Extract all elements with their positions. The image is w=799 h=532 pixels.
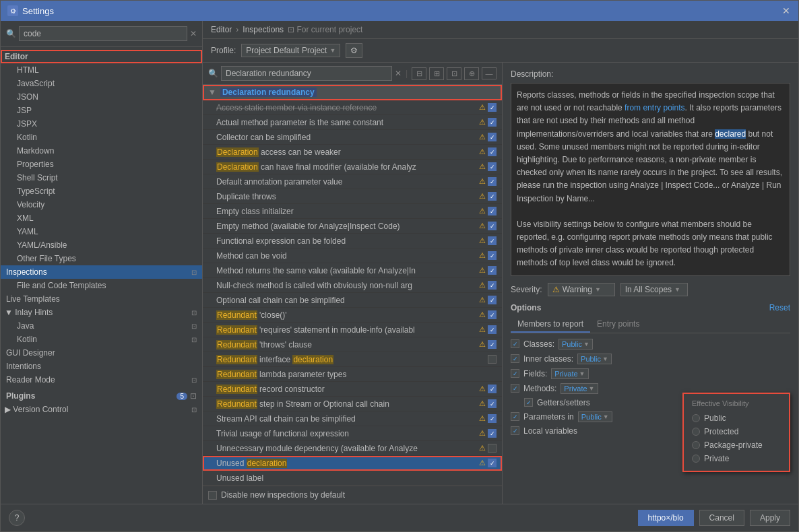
profile-select[interactable]: Project Default Project ▼ bbox=[241, 44, 340, 57]
inspection-row-5[interactable]: Default annotation parameter value ⚠ bbox=[203, 174, 502, 189]
sidebar-item-typescript[interactable]: TypeScript bbox=[1, 185, 202, 198]
checkbox-9[interactable] bbox=[488, 236, 497, 245]
checkbox-12[interactable] bbox=[488, 281, 497, 290]
inspection-row-15[interactable]: Redundant 'requires' statement in module… bbox=[203, 323, 502, 337]
inspection-row-21[interactable]: Stream API call chain can be simplified … bbox=[203, 411, 502, 426]
checkbox-19[interactable] bbox=[488, 385, 497, 393]
inspection-row-12[interactable]: Null-check method is called with obvious… bbox=[203, 278, 502, 293]
inspection-row-20[interactable]: Redundant step in Stream or Optional cal… bbox=[203, 397, 502, 411]
classes-checkbox[interactable] bbox=[511, 339, 519, 348]
inspection-row-23[interactable]: Unnecessary module dependency (available… bbox=[203, 441, 502, 456]
inner-classes-checkbox[interactable] bbox=[511, 354, 519, 363]
filter-btn-3[interactable]: ⊡ bbox=[447, 67, 461, 80]
parameters-dropdown[interactable]: Public ▼ bbox=[578, 411, 612, 422]
search-clear-button[interactable]: ✕ bbox=[190, 29, 197, 38]
radio-public[interactable] bbox=[692, 414, 700, 422]
sidebar-item-yaml-ansible[interactable]: YAML/Ansible bbox=[1, 238, 202, 252]
methods-dropdown[interactable]: Private ▼ bbox=[561, 383, 598, 394]
inspection-row-18[interactable]: Redundant lambda parameter types bbox=[203, 367, 502, 382]
checkbox-1[interactable] bbox=[488, 118, 497, 127]
sidebar-item-velocity[interactable]: Velocity bbox=[1, 198, 202, 211]
checkbox-8[interactable] bbox=[488, 222, 497, 230]
inspection-row-22[interactable]: Trivial usage of functional expression ⚠ bbox=[203, 426, 502, 441]
sidebar-item-editor[interactable]: Editor bbox=[1, 50, 202, 63]
close-button[interactable]: ✕ bbox=[781, 5, 792, 16]
filter-btn-1[interactable]: ⊟ bbox=[412, 67, 426, 80]
local-variables-checkbox[interactable] bbox=[511, 426, 519, 435]
sidebar-item-version-control[interactable]: ▶ Version Control ⊡ bbox=[1, 403, 202, 416]
sidebar-item-live-templates[interactable]: Live Templates bbox=[1, 292, 202, 306]
sidebar-item-shell-script[interactable]: Shell Script bbox=[1, 171, 202, 185]
filter-btn-4[interactable]: ⊕ bbox=[464, 67, 479, 80]
sidebar-item-properties[interactable]: Properties bbox=[1, 158, 202, 171]
fields-checkbox[interactable] bbox=[511, 369, 519, 378]
severity-select[interactable]: ⚠ Warning ▼ bbox=[548, 283, 615, 296]
inner-classes-dropdown[interactable]: Public ▼ bbox=[577, 354, 612, 364]
checkbox-23[interactable] bbox=[488, 444, 497, 453]
inspection-row-14[interactable]: Redundant 'close()' ⚠ bbox=[203, 308, 502, 323]
inspection-row-7[interactable]: Empty class initializer ⚠ bbox=[203, 204, 502, 219]
checkbox-24[interactable] bbox=[488, 459, 497, 467]
sidebar-item-reader-mode[interactable]: Reader Mode ⊡ bbox=[1, 373, 202, 387]
popup-option-protected[interactable]: Protected bbox=[692, 425, 781, 438]
checkbox-21[interactable] bbox=[488, 414, 497, 423]
sidebar-item-jspx[interactable]: JSPX bbox=[1, 117, 202, 131]
sidebar-item-kotlin[interactable]: Kotlin bbox=[1, 131, 202, 144]
search-input[interactable] bbox=[19, 26, 187, 41]
inspection-row-8[interactable]: Empty method (available for Analyze|Insp… bbox=[203, 219, 502, 234]
cancel-button[interactable]: Cancel bbox=[699, 510, 744, 526]
checkbox-2[interactable] bbox=[488, 133, 497, 141]
popup-option-package-private[interactable]: Package-private bbox=[692, 438, 781, 452]
checkbox-5[interactable] bbox=[488, 177, 497, 186]
inspection-row-2[interactable]: Collector can be simplified ⚠ bbox=[203, 130, 502, 145]
inspection-row-11[interactable]: Method returns the same value (available… bbox=[203, 263, 502, 278]
inspection-row-19[interactable]: Redundant record constructor ⚠ bbox=[203, 382, 502, 397]
checkbox-4[interactable] bbox=[488, 162, 497, 171]
help-button[interactable]: ? bbox=[9, 510, 25, 526]
checkbox-10[interactable] bbox=[488, 251, 497, 260]
sidebar-item-json[interactable]: JSON bbox=[1, 90, 202, 104]
sidebar-item-inlay-hints[interactable]: ▼ Inlay Hints ⊡ bbox=[1, 306, 202, 319]
sidebar-item-gui-designer[interactable]: GUI Designer bbox=[1, 346, 202, 360]
disable-checkbox[interactable] bbox=[208, 491, 217, 500]
inspection-row-3[interactable]: Declaration access can be weaker ⚠ bbox=[203, 145, 502, 160]
checkbox-17[interactable] bbox=[488, 355, 497, 364]
checkbox-15[interactable] bbox=[488, 325, 497, 334]
sidebar-item-javascript[interactable]: JavaScript bbox=[1, 77, 202, 90]
filter-btn-5[interactable]: — bbox=[482, 67, 497, 79]
fields-dropdown[interactable]: Private ▼ bbox=[551, 368, 588, 379]
radio-protected[interactable] bbox=[692, 428, 700, 436]
checkbox-6[interactable] bbox=[488, 192, 497, 201]
methods-checkbox[interactable] bbox=[511, 384, 519, 393]
sidebar-item-file-code-templates[interactable]: File and Code Templates bbox=[1, 279, 202, 292]
scope-select[interactable]: In All Scopes ▼ bbox=[620, 283, 688, 296]
inspection-row-17[interactable]: Redundant interface declaration bbox=[203, 352, 502, 367]
checkbox-16[interactable] bbox=[488, 340, 497, 349]
sidebar-item-other-file-types[interactable]: Other File Types bbox=[1, 252, 202, 265]
popup-option-private[interactable]: Private bbox=[692, 452, 781, 465]
checkbox-22[interactable] bbox=[488, 429, 497, 438]
inspection-row-0[interactable]: Access static member via instance refere… bbox=[203, 100, 502, 115]
apply-button[interactable]: Apply bbox=[750, 510, 790, 526]
filter-btn-2[interactable]: ⊞ bbox=[429, 67, 444, 80]
sidebar-item-java[interactable]: Java⊡ bbox=[1, 319, 202, 333]
radio-private[interactable] bbox=[692, 455, 700, 463]
inspection-row-9[interactable]: Functional expression can be folded ⚠ bbox=[203, 234, 502, 248]
sidebar-item-xml[interactable]: XML bbox=[1, 211, 202, 225]
plugins-label[interactable]: Plugins bbox=[6, 391, 35, 401]
tab-members-to-report[interactable]: Members to report bbox=[511, 317, 590, 333]
checkbox-3[interactable] bbox=[488, 147, 497, 156]
checkbox-11[interactable] bbox=[488, 266, 497, 275]
inspection-row-13[interactable]: Optional call chain can be simplified ⚠ bbox=[203, 293, 502, 308]
inspection-row-24[interactable]: Unused declaration ⚠ bbox=[203, 456, 502, 471]
filter-input[interactable] bbox=[221, 66, 392, 81]
gear-button[interactable]: ⚙ bbox=[346, 43, 362, 58]
classes-dropdown[interactable]: Public ▼ bbox=[558, 339, 593, 350]
inspection-group-header[interactable]: ▼ Declaration redundancy bbox=[203, 85, 502, 100]
sidebar-item-inspections[interactable]: Inspections ⊡ bbox=[1, 265, 202, 279]
inspection-row-10[interactable]: Method can be void ⚠ bbox=[203, 248, 502, 263]
inspection-row-25[interactable]: Unused label bbox=[203, 471, 502, 486]
checkbox-0[interactable] bbox=[488, 103, 497, 112]
inspection-row-4[interactable]: Declaration can have final modifier (ava… bbox=[203, 160, 502, 174]
sidebar-item-markdown[interactable]: Markdown bbox=[1, 144, 202, 158]
